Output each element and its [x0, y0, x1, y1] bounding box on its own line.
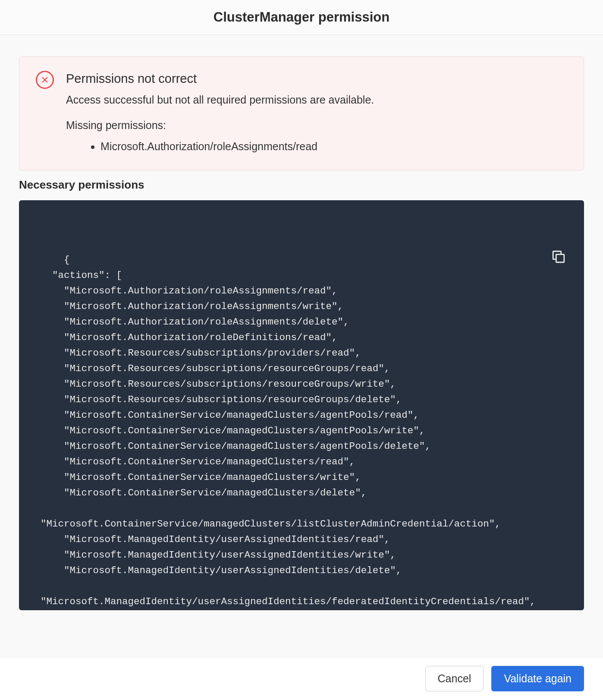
- cancel-button[interactable]: Cancel: [425, 666, 484, 691]
- alert-message: Access successful but not all required p…: [66, 94, 567, 106]
- error-alert: Permissions not correct Access successfu…: [19, 57, 584, 170]
- alert-title: Permissions not correct: [66, 72, 567, 86]
- necessary-permissions-heading: Necessary permissions: [19, 178, 584, 192]
- missing-permission-item: Microsoft.Authorization/roleAssignments/…: [100, 140, 567, 153]
- missing-permissions-label: Missing permissions:: [66, 119, 567, 132]
- error-icon: [36, 71, 54, 89]
- svg-rect-2: [556, 254, 564, 262]
- dialog-title: ClusterManager permission: [0, 9, 603, 25]
- code-content: { "actions": [ "Microsoft.Authorization/…: [41, 254, 536, 607]
- validate-again-button[interactable]: Validate again: [491, 666, 584, 691]
- missing-permissions-list: Microsoft.Authorization/roleAssignments/…: [66, 140, 567, 153]
- dialog-header: ClusterManager permission: [0, 0, 603, 35]
- dialog-content: Permissions not correct Access successfu…: [0, 35, 603, 662]
- alert-body: Permissions not correct Access successfu…: [66, 70, 567, 153]
- copy-button[interactable]: [551, 218, 566, 233]
- permissions-code-block[interactable]: { "actions": [ "Microsoft.Authorization/…: [19, 200, 584, 610]
- dialog-footer: Cancel Validate again: [0, 657, 603, 700]
